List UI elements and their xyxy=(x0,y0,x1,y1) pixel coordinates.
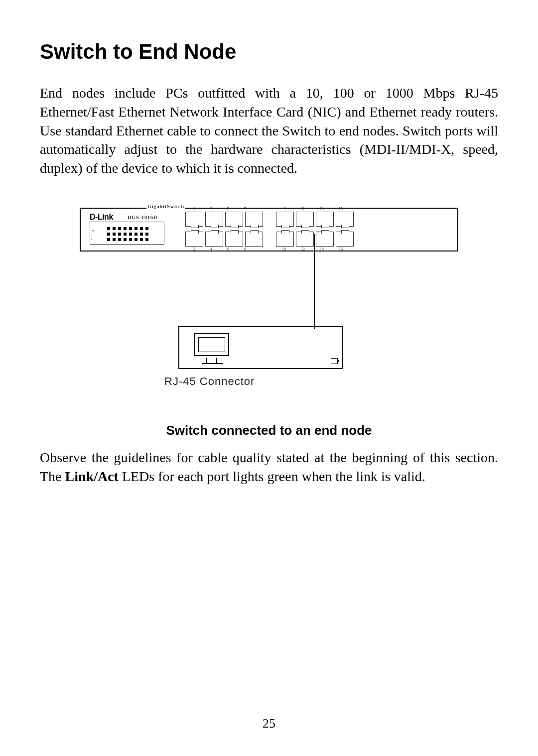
link-act-bold: Link/Act xyxy=(65,469,119,484)
led-label-power: ● xyxy=(92,229,94,232)
led-panel: ● ▪ xyxy=(90,222,164,245)
figure-container: GigabitSwitch D-Link DGS-1016D ● ▪ 1 3 5… xyxy=(80,208,458,388)
port-row-top-left xyxy=(185,212,263,227)
switch-diagram: GigabitSwitch D-Link DGS-1016D ● ▪ 1 3 5… xyxy=(80,208,458,252)
port-numbers-bot-left: 2 4 6 8 xyxy=(193,247,246,252)
port-numbers-bot-right: 10 12 14 16 xyxy=(282,247,343,252)
port-row-bot-right xyxy=(276,232,354,247)
monitor-stand-icon xyxy=(206,358,217,363)
port-numbers-top-left: 1 3 5 7 xyxy=(193,207,246,211)
switch-model: DGS-1016D xyxy=(128,215,157,220)
figure-caption: Switch connected to an end node xyxy=(40,423,498,438)
port-row-top-right xyxy=(276,212,354,227)
paragraph-intro: End nodes include PCs outfitted with a 1… xyxy=(40,84,498,178)
port-numbers-top-right: 9 11 13 15 xyxy=(284,207,343,211)
page-number: 25 xyxy=(0,716,538,731)
switch-product-label: GigabitSwitch xyxy=(146,204,185,209)
rj45-plug-icon xyxy=(331,358,338,364)
cable-line xyxy=(314,234,315,329)
end-node-diagram xyxy=(178,326,343,369)
page-heading: Switch to End Node xyxy=(40,40,498,64)
led-grid xyxy=(107,227,149,242)
led-label-status: ▪ xyxy=(91,238,92,241)
port-row-bot-left xyxy=(185,232,263,247)
figure-sublabel: RJ-45 Connector xyxy=(164,375,458,388)
switch-brand: D-Link xyxy=(90,213,113,222)
paragraph-guidelines: Observe the guidelines for cable quality… xyxy=(40,448,498,486)
monitor-icon xyxy=(194,333,229,356)
